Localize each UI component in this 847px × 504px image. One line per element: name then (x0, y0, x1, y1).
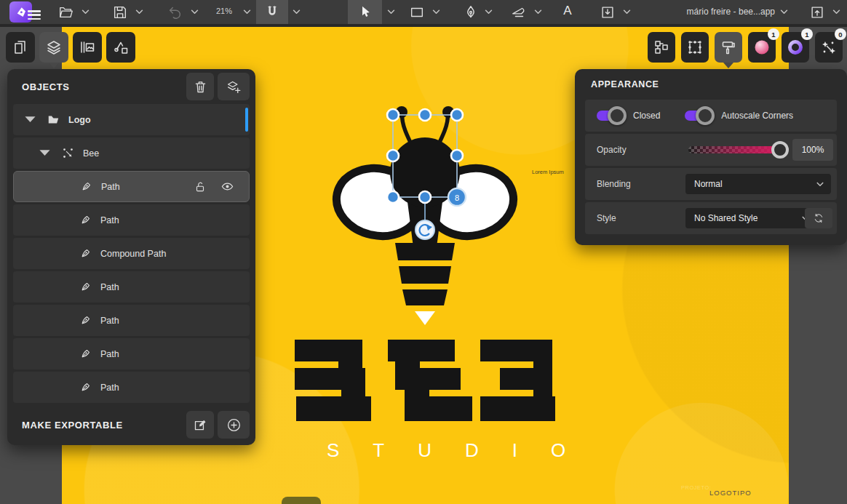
stroke-swatch-icon (787, 39, 804, 56)
appearance-panel-button[interactable] (715, 32, 742, 63)
closed-toggle[interactable] (597, 111, 621, 121)
style-dropdown[interactable]: No Shared Style (685, 208, 816, 228)
bottom-bar-handle[interactable] (282, 497, 321, 504)
pen-tool-button[interactable] (460, 2, 482, 22)
handle-top-center[interactable] (419, 109, 431, 121)
tree-row-path[interactable]: Path (13, 338, 250, 369)
autoscale-corners-label: Autoscale Corners (721, 111, 793, 121)
active-panel-notch (49, 63, 59, 68)
effects-panel-button[interactable]: 0 (815, 32, 843, 63)
zoom-level-value[interactable]: 21% (210, 7, 239, 15)
blending-label: Blending (597, 179, 631, 189)
chevron-down-icon[interactable] (188, 2, 201, 22)
refresh-style-button[interactable] (805, 208, 832, 228)
opacity-slider[interactable] (688, 146, 780, 153)
chevron-down-icon[interactable] (290, 2, 303, 22)
studio-wordmark[interactable]: STUDIO (293, 439, 560, 462)
active-panel-notch (723, 63, 733, 68)
bee-stripe-3 (402, 289, 448, 305)
add-export-button[interactable] (218, 411, 250, 439)
shapes-panel-button[interactable] (106, 32, 135, 63)
assets-panel-button[interactable] (73, 32, 102, 63)
objects-tree: Logo Bee Path (7, 104, 255, 403)
open-file-button[interactable] (55, 2, 77, 22)
unlock-icon (194, 180, 207, 193)
menu-icon[interactable] (28, 10, 41, 22)
handle-bottom-left[interactable] (387, 191, 399, 203)
arrange-panel-button[interactable] (648, 32, 675, 63)
path-icon (77, 348, 93, 360)
edit-export-button[interactable] (186, 411, 214, 439)
chevron-down-icon[interactable] (240, 2, 253, 22)
handle-top-left[interactable] (387, 109, 399, 121)
undo-button[interactable] (164, 2, 186, 22)
layer-name: Path (100, 215, 119, 225)
blending-value: Normal (694, 179, 723, 189)
visibility-toggle[interactable] (220, 172, 234, 201)
chevron-down-icon[interactable] (132, 2, 146, 22)
path-points-panel-button[interactable] (681, 32, 709, 63)
opacity-value[interactable]: 100% (792, 139, 833, 161)
chevron-down-icon[interactable] (777, 2, 790, 22)
objects-panel: OBJECTS Logo (7, 69, 255, 445)
corner-radius-value: 8 (455, 193, 459, 202)
add-layer-button[interactable] (218, 73, 250, 100)
opacity-row: Opacity 100% (585, 134, 837, 166)
chevron-down-icon[interactable] (384, 2, 397, 22)
delete-object-button[interactable] (186, 73, 214, 100)
floppy-save-icon (112, 4, 128, 20)
expand-chevron-icon[interactable] (36, 147, 52, 159)
tree-row-path-selected[interactable]: Path (13, 171, 250, 202)
chevron-down-icon[interactable] (482, 2, 495, 22)
tree-row-path[interactable]: Path (13, 305, 250, 336)
lorem-annotation[interactable]: Lorem Ipsum (532, 169, 564, 175)
select-tool-button[interactable] (348, 0, 382, 24)
handle-top-right[interactable] (451, 109, 463, 121)
handle-mid-right[interactable] (451, 150, 463, 161)
tree-row-path[interactable]: Path (13, 271, 250, 303)
expand-chevron-icon[interactable] (22, 113, 38, 126)
snapping-tool-button[interactable] (256, 0, 288, 24)
tree-row-compound-path[interactable]: Compound Path (13, 238, 250, 269)
chevron-down-icon[interactable] (79, 2, 92, 22)
layer-name: Logo (68, 115, 91, 125)
pages-panel-button[interactable] (6, 32, 35, 63)
blending-dropdown[interactable]: Normal (685, 174, 831, 194)
chevron-down-icon[interactable] (429, 2, 442, 22)
toggle-knob (608, 106, 627, 125)
bee-wordmark[interactable] (293, 338, 560, 424)
layers-panel-button[interactable] (39, 32, 68, 63)
path-icon (77, 314, 93, 327)
lock-toggle[interactable] (194, 172, 207, 201)
handle-mid-left[interactable] (387, 150, 399, 161)
tree-row-path[interactable]: Path (13, 204, 250, 236)
chevron-down-icon[interactable] (531, 2, 544, 22)
shape-tool-button[interactable] (406, 2, 428, 22)
import-button[interactable] (597, 2, 619, 22)
export-button[interactable] (806, 2, 828, 22)
rectangle-tool-icon (409, 4, 425, 20)
tree-row-bee-group[interactable]: Bee (13, 137, 250, 169)
sparkles-icon (820, 39, 838, 56)
opacity-slider-knob[interactable] (771, 141, 789, 159)
appearance-panel-header: APPEARANCE (575, 69, 847, 100)
text-tool-button[interactable]: A (557, 4, 578, 18)
autoscale-corners-toggle[interactable] (685, 111, 709, 121)
document-title[interactable]: mário freire - bee...app (673, 7, 775, 17)
selection-overlay: 8 (378, 102, 480, 247)
shapes-icon (112, 39, 130, 56)
opacity-label: Opacity (597, 145, 627, 155)
save-button[interactable] (109, 2, 131, 22)
tree-row-logo[interactable]: Logo (13, 104, 250, 135)
knife-tool-button[interactable] (508, 2, 530, 22)
chevron-down-icon[interactable] (620, 2, 633, 22)
stroke-panel-button[interactable]: 1 (782, 32, 809, 63)
selection-indicator-bar (245, 108, 249, 132)
tree-row-path[interactable]: Path (13, 372, 250, 403)
left-panel-bar (6, 32, 140, 63)
objects-panel-header: OBJECTS (7, 69, 255, 104)
fill-panel-button[interactable]: 1 (748, 32, 776, 63)
handle-bottom-center[interactable] (419, 191, 431, 203)
bee-stinger (415, 311, 435, 325)
chevron-down-icon[interactable] (830, 2, 843, 22)
